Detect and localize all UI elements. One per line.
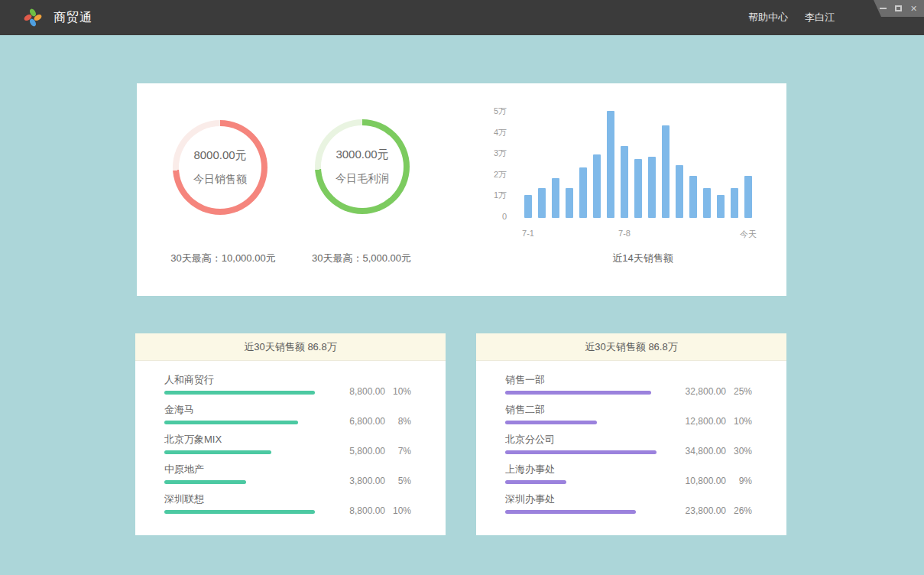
ranking-row-bar bbox=[505, 391, 651, 395]
window-controls: ✕ bbox=[874, 0, 924, 17]
customer-ranking-card: 近30天销售额 86.8万 人和商贸行8,800.0010%金海马6,800.0… bbox=[135, 333, 446, 535]
y-axis-label: 3万 bbox=[494, 148, 507, 159]
ranking-row: 中原地产3,800.005% bbox=[164, 460, 411, 489]
ranking-row-amount: 32,800.00 bbox=[677, 386, 726, 397]
customer-ranking-body: 人和商贸行8,800.0010%金海马6,800.008%北京万象MIX5,80… bbox=[135, 361, 446, 519]
ranking-row-values: 34,800.0030% bbox=[677, 446, 752, 456]
ranking-row-amount: 5,800.00 bbox=[336, 446, 385, 456]
bar bbox=[607, 111, 614, 218]
bar bbox=[744, 176, 752, 218]
minimize-button[interactable] bbox=[879, 5, 887, 13]
y-axis-label: 4万 bbox=[494, 126, 507, 138]
close-button[interactable]: ✕ bbox=[909, 5, 918, 13]
user-menu[interactable]: 李白江 bbox=[805, 11, 835, 24]
ranking-row: 北京万象MIX5,800.007% bbox=[164, 430, 411, 460]
bar-chart-title: 近14天销售额 bbox=[524, 252, 761, 265]
maximize-button[interactable] bbox=[894, 5, 903, 13]
ranking-row-percent: 7% bbox=[385, 446, 411, 456]
ranking-row-bar bbox=[505, 450, 657, 454]
bar bbox=[579, 167, 587, 218]
y-axis-label: 1万 bbox=[494, 190, 507, 201]
bar bbox=[662, 125, 669, 218]
ranking-row: 销售一部32,800.0025% bbox=[505, 370, 752, 400]
today-profit-value: 3000.00元 bbox=[336, 148, 388, 162]
y-axis-label: 0 bbox=[502, 212, 507, 221]
bar-series bbox=[524, 111, 758, 218]
ranking-row-name: 深圳联想 bbox=[164, 492, 204, 506]
ranking-row: 上海办事处10,800.009% bbox=[505, 460, 752, 489]
ranking-row: 人和商贸行8,800.0010% bbox=[164, 370, 411, 400]
bar bbox=[552, 178, 559, 218]
ranking-row-amount: 8,800.00 bbox=[336, 386, 385, 397]
ranking-row-bar bbox=[164, 450, 271, 454]
bar bbox=[593, 154, 601, 218]
y-axis: 5万4万3万2万1万0 bbox=[446, 111, 507, 226]
ranking-row-name: 中原地产 bbox=[164, 463, 204, 476]
ranking-row-bar bbox=[505, 480, 566, 484]
ranking-row-percent: 10% bbox=[385, 386, 411, 397]
ranking-row-name: 人和商贸行 bbox=[164, 373, 214, 387]
ranking-row-name: 金海马 bbox=[164, 403, 194, 417]
today-sales-label: 今日销售额 bbox=[193, 173, 247, 187]
bar bbox=[538, 188, 546, 218]
ranking-row-name: 北京分公司 bbox=[505, 433, 555, 447]
ranking-row-values: 12,800.0010% bbox=[677, 416, 752, 427]
ranking-row-values: 5,800.007% bbox=[336, 446, 411, 456]
ranking-row-percent: 5% bbox=[385, 476, 411, 486]
ranking-row-percent: 9% bbox=[726, 476, 752, 486]
ranking-row-bar bbox=[164, 480, 246, 484]
bar bbox=[566, 188, 573, 218]
today-sales-donut: 8000.00元 今日销售额 bbox=[173, 120, 267, 215]
title-bar: 商贸通 帮助中心 李白江 ✕ bbox=[0, 0, 924, 35]
ranking-row-bar bbox=[505, 510, 636, 514]
bar bbox=[689, 176, 697, 218]
app-title: 商贸通 bbox=[53, 10, 92, 26]
today-profit-donut: 3000.00元 今日毛利润 bbox=[315, 119, 410, 214]
profit-30day-max: 30天最高：5,000.00元 bbox=[277, 252, 446, 265]
ranking-row-amount: 8,800.00 bbox=[336, 505, 385, 516]
ranking-row-bar bbox=[164, 510, 315, 514]
ranking-row-amount: 3,800.00 bbox=[336, 476, 385, 486]
summary-card: 8000.00元 今日销售额 30天最高：10,000.00元 3000.00元… bbox=[137, 83, 786, 296]
bar bbox=[524, 195, 532, 218]
ranking-row-percent: 30% bbox=[726, 446, 752, 456]
ranking-row: 深圳联想8,800.0010% bbox=[164, 489, 411, 519]
x-axis: 7-17-8今天 bbox=[524, 229, 758, 241]
department-ranking-body: 销售一部32,800.0025%销售二部12,800.0010%北京分公司34,… bbox=[476, 361, 786, 519]
ranking-row-bar bbox=[164, 391, 315, 395]
customer-ranking-title: 近30天销售额 86.8万 bbox=[135, 333, 446, 361]
help-center-link[interactable]: 帮助中心 bbox=[748, 11, 788, 24]
ranking-row-values: 8,800.0010% bbox=[336, 386, 411, 397]
ranking-row-percent: 25% bbox=[726, 386, 752, 397]
ranking-row-values: 10,800.009% bbox=[677, 476, 752, 486]
x-axis-label: 7-8 bbox=[618, 229, 631, 238]
ranking-row-name: 销售一部 bbox=[505, 373, 545, 387]
ranking-row-values: 3,800.005% bbox=[336, 476, 411, 486]
ranking-row: 北京分公司34,800.0030% bbox=[505, 430, 752, 460]
bar bbox=[648, 157, 656, 218]
x-axis-label: 7-1 bbox=[522, 229, 534, 238]
ranking-row: 深圳办事处23,800.0026% bbox=[505, 489, 752, 519]
ranking-row-amount: 23,800.00 bbox=[677, 505, 726, 516]
ranking-row-name: 深圳办事处 bbox=[505, 492, 555, 506]
ranking-row-percent: 26% bbox=[726, 505, 752, 516]
bar bbox=[621, 146, 628, 218]
ranking-row-values: 8,800.0010% bbox=[336, 505, 411, 516]
bar bbox=[717, 195, 725, 218]
ranking-row-values: 6,800.008% bbox=[336, 416, 411, 427]
ranking-row-percent: 8% bbox=[385, 416, 411, 427]
ranking-row-bar bbox=[505, 421, 597, 424]
ranking-row-values: 32,800.0025% bbox=[677, 386, 752, 397]
bar bbox=[703, 188, 711, 218]
app-logo-pinwheel-icon bbox=[23, 8, 43, 28]
ranking-row-amount: 34,800.00 bbox=[677, 446, 726, 456]
ranking-row-percent: 10% bbox=[726, 416, 752, 427]
ranking-row: 金海马6,800.008% bbox=[164, 400, 411, 430]
ranking-row-amount: 12,800.00 bbox=[677, 416, 726, 427]
ranking-row-name: 北京万象MIX bbox=[164, 433, 222, 447]
ranking-row-amount: 10,800.00 bbox=[677, 476, 726, 486]
ranking-row-bar bbox=[164, 421, 298, 424]
ranking-row-name: 上海办事处 bbox=[505, 463, 555, 476]
department-ranking-card: 近30天销售额 86.8万 销售一部32,800.0025%销售二部12,800… bbox=[476, 333, 786, 535]
today-profit-label: 今日毛利润 bbox=[336, 172, 389, 186]
